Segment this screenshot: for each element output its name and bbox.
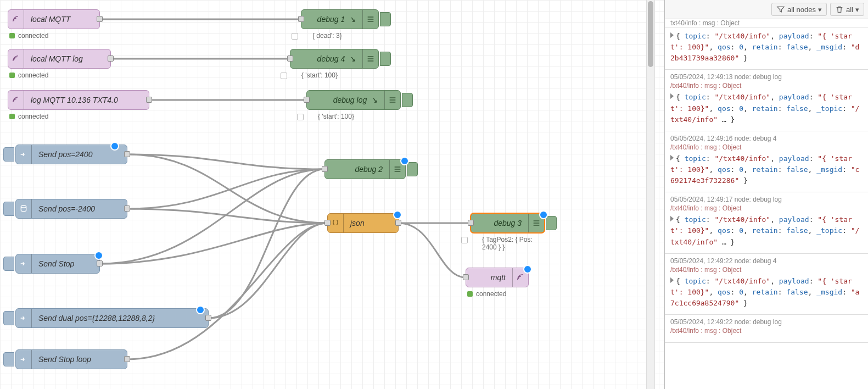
debug-message[interactable]: 05/05/2024, 12:49:22 node: debug log/txt…: [665, 315, 868, 343]
node-debug-2[interactable]: debug 2: [324, 159, 406, 179]
node-status: connected: [9, 113, 48, 120]
node-inject-send-pos-2400[interactable]: Send pos=2400: [15, 145, 127, 164]
node-mqtt-out[interactable]: mqtt connected: [466, 268, 529, 287]
node-label: Send Stop loop: [32, 355, 127, 364]
debug-message[interactable]: 05/05/2024, 12:49:22 node: debug 4/txt40…: [665, 254, 868, 315]
inject-button[interactable]: [3, 202, 14, 216]
debug-sidebar: all nodes ▾ all ▾ txt40/info : msg : Obj…: [664, 0, 868, 389]
debug-message-cut: txt40/info : msg : Object: [665, 19, 868, 27]
message-body: { topic: "/txt40/info", payload: "{ 'sta…: [670, 214, 863, 247]
node-label: Send pos=2400: [32, 150, 127, 159]
input-port[interactable]: [287, 55, 293, 62]
chevron-down-icon: ▾: [818, 5, 822, 14]
output-port[interactable]: [97, 16, 103, 22]
output-port[interactable]: [124, 151, 130, 157]
inject-button[interactable]: [3, 257, 14, 271]
input-port[interactable]: [322, 166, 328, 172]
input-port[interactable]: [468, 220, 474, 226]
debug-toggle-button[interactable]: [402, 93, 413, 107]
input-port[interactable]: [463, 274, 469, 280]
node-inject-send-stop-loop[interactable]: Send Stop loop: [15, 349, 127, 369]
node-debug-log[interactable]: debug log ↘ { 'start': 100}: [306, 90, 401, 110]
inject-icon: [16, 309, 32, 327]
node-label: local MQTT log: [24, 54, 110, 63]
changed-indicator: [196, 305, 205, 314]
node-status: { 'start': 100}: [301, 71, 338, 79]
status-square: [297, 114, 304, 120]
changed-indicator: [539, 210, 548, 219]
mqtt-icon: [8, 49, 24, 68]
output-port[interactable]: [205, 315, 211, 321]
node-debug-1[interactable]: debug 1 ↘ { dead': 3}: [301, 9, 379, 29]
node-label: debug 2: [325, 165, 389, 174]
node-inject-send-dual-pos[interactable]: Send dual pos={12288,12288,8,2}: [15, 308, 209, 328]
message-meta: 05/05/2024, 12:49:13 node: debug log: [670, 73, 863, 81]
node-status: connected: [467, 290, 506, 298]
node-label: debug log ↘: [307, 96, 384, 104]
debug-toolbar: all nodes ▾ all ▾: [665, 0, 868, 19]
node-status: connected: [9, 71, 48, 79]
changed-indicator: [393, 210, 402, 219]
message-meta: 05/05/2024, 12:49:22 node: debug 4: [670, 257, 863, 265]
message-source: /txt40/info : msg : Object: [670, 143, 863, 151]
debug-toggle-button[interactable]: [546, 216, 557, 230]
debug-message[interactable]: 05/05/2024, 12:49:13 node: debug log/txt…: [665, 70, 868, 131]
node-status: { 'start': 100}: [318, 113, 354, 120]
node-debug-4[interactable]: debug 4 ↘ { 'start': 100}: [290, 49, 379, 69]
node-label: local MQTT: [24, 15, 99, 24]
debug-messages[interactable]: txt40/info : msg : Object { topic: "/txt…: [665, 19, 868, 389]
output-port[interactable]: [146, 97, 152, 103]
node-json[interactable]: json: [327, 213, 399, 233]
input-port[interactable]: [298, 16, 304, 22]
message-source: /txt40/info : msg : Object: [670, 204, 863, 212]
flow-canvas[interactable]: local MQTT connected local MQTT log conn…: [0, 0, 664, 389]
node-inject-send-stop[interactable]: Send Stop: [15, 254, 100, 274]
scrollbar-thumb[interactable]: [648, 1, 653, 67]
debug-toggle-button[interactable]: [380, 12, 391, 26]
inject-button[interactable]: [3, 147, 14, 162]
inject-button[interactable]: [3, 311, 14, 325]
status-square: [292, 33, 298, 40]
node-mqtt-in-local-log[interactable]: local MQTT log connected: [8, 49, 111, 69]
changed-indicator: [94, 251, 103, 260]
canvas-scrollbar[interactable]: [646, 0, 655, 389]
node-status: { TagPos2: { Pos: 2400 } }: [482, 236, 544, 251]
node-status: connected: [9, 32, 48, 40]
filter-label: all nodes: [787, 5, 816, 14]
input-port[interactable]: [304, 97, 310, 103]
message-source: /txt40/info : msg : Object: [670, 82, 863, 90]
workspace: local MQTT connected local MQTT log conn…: [0, 0, 868, 389]
debug-icon: [384, 91, 400, 109]
debug-message[interactable]: { topic: "/txt40/info", payload: "{ 'sta…: [665, 27, 868, 70]
filter-nodes-button[interactable]: all nodes ▾: [771, 3, 827, 16]
node-inject-send-pos-neg2400[interactable]: Send pos=-2400: [15, 199, 127, 219]
output-port[interactable]: [395, 220, 401, 226]
inject-icon: [16, 254, 32, 273]
output-port[interactable]: [124, 356, 130, 362]
filter-icon: [776, 5, 785, 14]
node-debug-3[interactable]: debug 3 { TagPos2: { Pos: 2400 } }: [471, 213, 545, 233]
inject-button[interactable]: [3, 352, 14, 366]
debug-message[interactable]: 05/05/2024, 12:49:16 node: debug 4/txt40…: [665, 131, 868, 192]
node-mqtt-in-remote[interactable]: log MQTT 10.136 TXT4.0 connected: [8, 90, 149, 110]
output-port[interactable]: [97, 260, 103, 266]
inject-icon: [16, 350, 32, 369]
node-status: { dead': 3}: [312, 32, 342, 40]
message-source: /txt40/info : msg : Object: [670, 327, 863, 335]
output-port[interactable]: [124, 205, 130, 212]
changed-indicator: [523, 265, 532, 274]
clear-messages-button[interactable]: all ▾: [830, 3, 864, 16]
status-square: [281, 73, 287, 79]
node-mqtt-in-local[interactable]: local MQTT connected: [8, 9, 100, 29]
debug-message[interactable]: 05/05/2024, 12:49:17 node: debug log/txt…: [665, 192, 868, 253]
mqtt-icon: [8, 10, 24, 29]
trash-icon: [835, 5, 844, 14]
chevron-down-icon: ▾: [855, 5, 859, 14]
output-port[interactable]: [108, 55, 114, 62]
message-body: { topic: "/txt40/info", payload: "{ 'sta…: [670, 276, 863, 309]
svg-point-0: [21, 205, 26, 208]
debug-toggle-button[interactable]: [407, 162, 418, 176]
debug-toggle-button[interactable]: [380, 52, 391, 66]
message-body: { topic: "/txt40/info", payload: "{ 'sta…: [670, 31, 863, 64]
input-port[interactable]: [324, 220, 331, 226]
